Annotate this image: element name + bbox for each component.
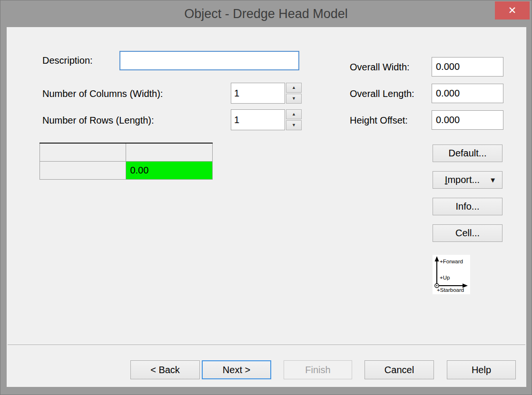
description-input[interactable] bbox=[119, 51, 299, 70]
title-bar: Object - Dredge Head Model ✕ bbox=[0, 0, 532, 27]
axis-forward-label: +Forward bbox=[440, 259, 463, 264]
columns-input[interactable] bbox=[231, 83, 285, 104]
bottom-divider bbox=[8, 345, 525, 346]
cell-grid: 0.00 bbox=[39, 143, 213, 180]
default-button-label: Default... bbox=[448, 148, 486, 159]
spinner-down-icon: ▼ bbox=[292, 123, 296, 127]
next-button-label: Next > bbox=[223, 365, 250, 376]
grid-cell[interactable] bbox=[40, 161, 126, 179]
rows-spinner: ▲ ▼ bbox=[286, 109, 302, 130]
columns-spinner: ▲ ▼ bbox=[286, 83, 302, 104]
close-button[interactable]: ✕ bbox=[495, 1, 530, 19]
rows-spin-down-button[interactable]: ▼ bbox=[286, 120, 302, 130]
overall-length-label: Overall Length: bbox=[350, 88, 414, 99]
info-button[interactable]: Info... bbox=[433, 198, 502, 215]
dialog-window: Object - Dredge Head Model ✕ Description… bbox=[0, 0, 532, 395]
dialog-content: Description: Number of Columns (Width): … bbox=[7, 27, 526, 387]
grid-cell-selected[interactable]: 0.00 bbox=[126, 161, 213, 179]
rows-spin-up-button[interactable]: ▲ bbox=[286, 109, 302, 119]
dialog-title: Object - Dredge Head Model bbox=[0, 0, 532, 27]
close-icon: ✕ bbox=[508, 5, 517, 16]
columns-label: Number of Columns (Width): bbox=[42, 88, 163, 99]
height-offset-label: Height Offset: bbox=[350, 115, 408, 126]
grid-header-row bbox=[40, 143, 213, 161]
help-button[interactable]: Help bbox=[447, 360, 516, 379]
height-offset-input[interactable] bbox=[432, 110, 503, 130]
columns-spin-up-button[interactable]: ▲ bbox=[286, 83, 302, 93]
axis-starboard-label: +Starboard bbox=[437, 287, 464, 293]
grid-cell[interactable] bbox=[126, 143, 213, 161]
spinner-up-icon: ▲ bbox=[292, 112, 296, 116]
spinner-down-icon: ▼ bbox=[292, 96, 296, 101]
rows-input[interactable] bbox=[231, 109, 285, 130]
cell-button-label: Cell... bbox=[455, 228, 480, 239]
back-button[interactable]: < Back bbox=[130, 360, 200, 379]
description-label: Description: bbox=[42, 55, 93, 66]
axis-up-label: +Up bbox=[440, 275, 450, 280]
cancel-button-label: Cancel bbox=[384, 365, 414, 376]
spinner-up-icon: ▲ bbox=[292, 86, 296, 90]
overall-width-input[interactable] bbox=[432, 57, 503, 77]
finish-button-label: Finish bbox=[305, 365, 330, 376]
info-button-label: Info... bbox=[455, 201, 479, 212]
grid-cell[interactable] bbox=[40, 143, 126, 161]
next-button[interactable]: Next > bbox=[202, 360, 271, 379]
finish-button: Finish bbox=[284, 360, 352, 379]
columns-spin-down-button[interactable]: ▼ bbox=[286, 94, 302, 104]
back-button-label: < Back bbox=[150, 365, 180, 376]
help-button-label: Help bbox=[472, 365, 491, 376]
overall-length-input[interactable] bbox=[432, 84, 503, 103]
grid-data-row: 0.00 bbox=[40, 161, 213, 179]
cell-button[interactable]: Cell... bbox=[433, 224, 502, 242]
default-button[interactable]: Default... bbox=[433, 145, 502, 162]
rows-label: Number of Rows (Length): bbox=[42, 115, 154, 126]
import-dropdown-icon: ▼ bbox=[489, 176, 496, 183]
import-button[interactable]: Import... ▼ bbox=[433, 171, 502, 189]
cancel-button[interactable]: Cancel bbox=[365, 360, 434, 379]
axis-orientation-diagram: +Forward +Up +Starboard bbox=[433, 255, 470, 294]
import-button-label: Import... bbox=[445, 174, 480, 185]
overall-width-label: Overall Width: bbox=[350, 61, 410, 73]
